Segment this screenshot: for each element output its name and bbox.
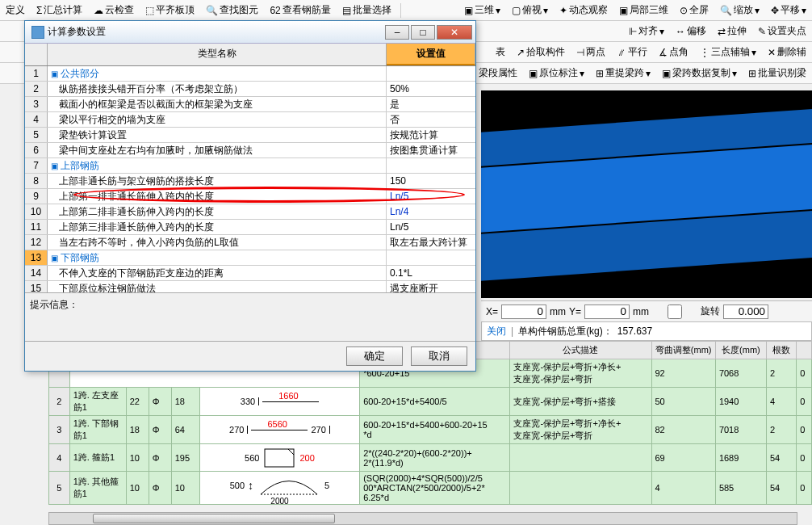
- viewport-3d[interactable]: [481, 90, 812, 298]
- tool-define[interactable]: 定义: [3, 2, 27, 19]
- tool-batch[interactable]: ▤ 批量选择: [340, 2, 394, 19]
- row-value[interactable]: 遇支座断开: [387, 281, 475, 292]
- tool-local3d[interactable]: ▣ 局部三维: [617, 2, 671, 19]
- minimize-button[interactable]: –: [385, 25, 409, 40]
- row-name[interactable]: 上部第二排非通长筋伸入跨内的长度: [48, 204, 387, 219]
- horizontal-scrollbar[interactable]: [48, 512, 797, 525]
- row-name[interactable]: 当左右跨不等时，伸入小跨内负筋的L取值: [48, 235, 387, 250]
- tool-pan[interactable]: ✥ 平移 ▾: [768, 2, 809, 19]
- header-type[interactable]: 类型名称: [48, 44, 387, 65]
- row-value[interactable]: 0.1*L: [387, 266, 475, 280]
- col-n[interactable]: 根数: [766, 342, 796, 359]
- table-row[interactable]: 4 1跨. 箍筋1 10 Φ 195 560 200 2*((240-2*20)…: [49, 444, 812, 472]
- cell-n[interactable]: 54: [766, 472, 796, 505]
- row-value[interactable]: Ln/5: [387, 220, 475, 234]
- row-name[interactable]: 公共部分: [48, 66, 387, 81]
- tool-zoom[interactable]: 🔍 缩放 ▾: [718, 2, 762, 19]
- col-x[interactable]: [797, 342, 812, 359]
- table-row[interactable]: 2 1跨. 左支座筋1 22 Φ 18 330 1660 600-20+15*d…: [49, 388, 812, 416]
- row-name[interactable]: 梁垫铁计算设置: [48, 128, 387, 142]
- maximize-button[interactable]: □: [411, 25, 435, 40]
- cell-len[interactable]: 1689: [715, 444, 766, 472]
- tool-angle[interactable]: ∡ 点角: [656, 44, 691, 61]
- cell-c[interactable]: 18: [171, 388, 199, 416]
- y-input[interactable]: [584, 304, 630, 319]
- cell-len[interactable]: 7068: [715, 359, 766, 388]
- cell-len[interactable]: 7018: [715, 416, 766, 444]
- grid-row[interactable]: 12 当左右跨不等时，伸入小跨内负筋的L取值 取左右最大跨计算: [25, 235, 475, 250]
- tool-flat[interactable]: ⬚ 平齐板顶: [143, 2, 197, 19]
- row-value[interactable]: Ln/4: [387, 204, 475, 219]
- cell-desc[interactable]: 支座宽-保护层+弯折+净长+支座宽-保护层+弯折: [510, 416, 651, 444]
- row-value[interactable]: 否: [387, 112, 475, 127]
- grid-row[interactable]: 1 公共部分: [25, 66, 475, 82]
- cell-shape[interactable]: 330 1660: [199, 388, 359, 416]
- row-name[interactable]: 梁以平行相交的墙为支座: [48, 112, 387, 127]
- cell-n[interactable]: 4: [766, 388, 796, 416]
- tool-stretch[interactable]: ⇄ 拉伸: [715, 23, 749, 40]
- tool-batchbeam[interactable]: ⊞ 批量识别梁: [746, 65, 809, 82]
- row-value[interactable]: 按规范计算: [387, 128, 475, 142]
- cell-desc[interactable]: [510, 472, 651, 505]
- row-name[interactable]: 不伸入支座的下部钢筋距支座边的距离: [48, 266, 387, 280]
- row-value[interactable]: [387, 66, 475, 81]
- close-button[interactable]: ✕: [437, 25, 472, 40]
- cell-a[interactable]: 18: [126, 416, 149, 444]
- row-name[interactable]: 上部钢筋: [48, 158, 387, 173]
- cell-c[interactable]: 64: [171, 416, 199, 444]
- tool-cloud[interactable]: ☁ 云检查: [91, 2, 136, 19]
- col-len[interactable]: 长度(mm): [715, 342, 766, 359]
- grid-row[interactable]: 6 梁中间支座处左右均有加腋时，加腋钢筋做法 按图集贯通计算: [25, 143, 475, 158]
- cell-formula[interactable]: (SQR(2000)+4*SQR(500))/2/500*ARCTAN(2*50…: [360, 472, 510, 505]
- row-name[interactable]: 上部第三排非通长筋伸入跨内的长度: [48, 220, 387, 234]
- table-row[interactable]: 3 1跨. 下部钢筋1 18 Φ 64 270 6560 270 600-20+…: [49, 416, 812, 444]
- grid-row[interactable]: 8 上部非通长筋与架立钢筋的搭接长度 150: [25, 174, 475, 189]
- cell-a[interactable]: 22: [126, 388, 149, 416]
- cell-formula[interactable]: 2*((240-2*20)+(600-2*20))+2*(11.9*d): [360, 444, 510, 472]
- row-name[interactable]: 梁中间支座处左右均有加腋时，加腋钢筋做法: [48, 143, 387, 158]
- row-value[interactable]: 取左右最大跨计算: [387, 235, 475, 250]
- grid-row[interactable]: 15 下部原位标注钢筋做法 遇支座断开: [25, 281, 475, 292]
- cell-name[interactable]: 1跨. 其他箍筋1: [69, 472, 126, 505]
- cell-desc[interactable]: 支座宽-保护层+弯折+净长+支座宽-保护层+弯折: [510, 359, 651, 388]
- cell-len[interactable]: 1940: [715, 388, 766, 416]
- cell-a[interactable]: 10: [126, 472, 149, 505]
- cell-b[interactable]: Φ: [149, 444, 171, 472]
- row-name[interactable]: 上部第一排非通长筋伸入跨内的长度: [48, 189, 387, 204]
- tool-full[interactable]: ⊙ 全屏: [677, 2, 711, 19]
- tool-respan[interactable]: ⊞ 重提梁跨 ▾: [593, 65, 653, 82]
- cell-n[interactable]: 54: [766, 444, 796, 472]
- cell-b[interactable]: Φ: [149, 388, 171, 416]
- rotate-input[interactable]: [723, 304, 768, 319]
- row-value[interactable]: [387, 250, 475, 265]
- tool-align[interactable]: ⊩ 对齐 ▾: [626, 23, 667, 40]
- tool-annot[interactable]: ▣ 原位标注 ▾: [526, 65, 587, 82]
- tool-copyspan[interactable]: ▣ 梁跨数据复制 ▾: [659, 65, 739, 82]
- row-name[interactable]: 截面小的框架梁是否以截面大的框架梁为支座: [48, 97, 387, 111]
- cell-x[interactable]: 0: [797, 472, 812, 505]
- tool-sum[interactable]: Σ 汇总计算: [34, 2, 85, 19]
- cell-x[interactable]: 0: [797, 388, 812, 416]
- cell-x[interactable]: 0: [797, 444, 812, 472]
- tool-top[interactable]: ▢ 俯视 ▾: [509, 2, 550, 19]
- cell-formula[interactable]: 600-20+15*d+5400/5: [360, 388, 510, 416]
- grid-row[interactable]: 14 不伸入支座的下部钢筋距支座边的距离 0.1*L: [25, 266, 475, 281]
- row-value[interactable]: 是: [387, 97, 475, 111]
- tool-offset[interactable]: ↔ 偏移: [673, 23, 709, 40]
- cell-n[interactable]: 2: [766, 359, 796, 388]
- row-value[interactable]: Ln/5: [387, 189, 475, 204]
- cell-bend[interactable]: 4: [651, 472, 715, 505]
- cell-len[interactable]: 585: [715, 472, 766, 505]
- row-value[interactable]: 按图集贯通计算: [387, 143, 475, 158]
- grid-row[interactable]: 9 上部第一排非通长筋伸入跨内的长度 Ln/5: [25, 189, 475, 204]
- cell-shape[interactable]: 560 200: [199, 444, 359, 472]
- tool-3d[interactable]: ▣ 三维 ▾: [462, 2, 503, 19]
- tool-2pt[interactable]: ⊣ 两点: [574, 44, 608, 61]
- cell-c[interactable]: 195: [171, 444, 199, 472]
- cell-name[interactable]: 1跨. 下部钢筋1: [69, 416, 126, 444]
- tool-table[interactable]: 表: [493, 44, 508, 61]
- tool-beamprop[interactable]: 梁段属性: [476, 65, 520, 82]
- row-value[interactable]: 50%: [387, 82, 475, 96]
- close-link[interactable]: 关闭: [487, 325, 506, 338]
- row-name[interactable]: 下部钢筋: [48, 250, 387, 265]
